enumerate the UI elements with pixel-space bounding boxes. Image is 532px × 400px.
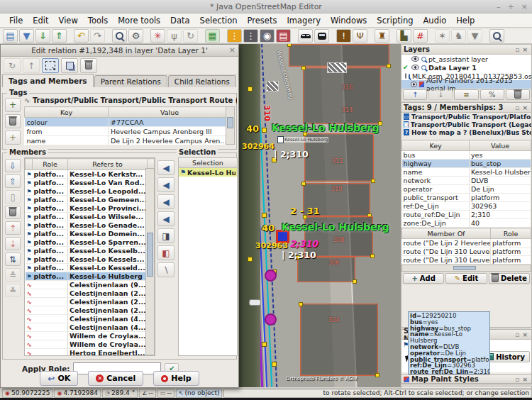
add-selected-after-button[interactable]: ◀ <box>157 194 174 209</box>
way-node[interactable] <box>248 87 253 91</box>
tag-row[interactable]: bus yes <box>402 151 531 160</box>
menu-item[interactable]: Edit <box>28 14 53 27</box>
preset-road-button[interactable]: ⋮ <box>243 29 258 43</box>
value-column-header[interactable]: Value <box>470 140 531 151</box>
tag-row[interactable]: network DLVB <box>402 177 531 185</box>
member-row[interactable]: platfo... Kessel-Lo Kerkstr... <box>26 170 155 179</box>
apply-changes-button[interactable]: ↑ <box>23 58 40 73</box>
tag-row[interactable]: ref:De_Lijn 302963 <box>402 202 531 211</box>
layer-row[interactable]: pt_assistant layer <box>401 55 531 63</box>
close-panel-icon[interactable]: × <box>521 104 529 111</box>
menu-item[interactable]: Windows <box>326 14 372 27</box>
copy-members-down-button[interactable]: ⇩ <box>5 159 21 172</box>
preferences-button[interactable]: ⚙ <box>128 29 143 43</box>
preset-wall-button[interactable]: ▤ <box>276 29 291 43</box>
open-file-button[interactable]: ▤ <box>3 29 18 43</box>
preset-disabled-button-3[interactable]: ▼ <box>467 29 482 43</box>
member-row[interactable]: Celestijnenlaan (4... <box>26 323 155 332</box>
preset-car-button[interactable] <box>298 29 313 43</box>
member-row[interactable]: platfo... Kessel-Lo Genade... <box>26 221 155 230</box>
stick-panel-icon[interactable]: ▫ <box>514 376 521 383</box>
role-column-header[interactable]: Role <box>33 159 68 170</box>
menu-item[interactable]: File <box>4 14 28 27</box>
selection-column-header[interactable]: Selection <box>179 158 237 168</box>
retrieve-tag-button[interactable]: + <box>5 130 21 145</box>
layer-delete-button[interactable] <box>506 89 530 100</box>
delete-relation-button[interactable] <box>80 58 97 73</box>
delete-members-button[interactable] <box>5 206 21 219</box>
member-row[interactable]: platfo... Kessel-Lo Hulsberg <box>26 272 155 281</box>
member-row[interactable]: Willem de Croylaa... <box>26 340 155 349</box>
sort-members-button[interactable]: ⇅ <box>5 252 21 266</box>
tag-row[interactable]: public_transport platform <box>402 194 531 202</box>
move-member-down-button[interactable]: ⇣ <box>5 237 21 250</box>
member-row[interactable]: platfo... Kessel-Lo Wilsele... <box>26 213 155 221</box>
edit-button[interactable]: ✎ Edit <box>445 273 487 284</box>
member-row[interactable]: platfo... Kessel-Lo Domein... <box>26 230 155 238</box>
layer-down-button[interactable]: ↓ <box>428 89 453 100</box>
delete-button[interactable]: Delete <box>489 273 530 284</box>
search-button[interactable] <box>112 29 127 43</box>
visibility-eye-icon[interactable] <box>411 65 419 70</box>
stick-panel-icon[interactable]: ▫ <box>514 46 521 53</box>
horizontal-scrollbar[interactable] <box>401 265 531 272</box>
menu-item[interactable]: Selection <box>195 14 243 27</box>
select-relation-button[interactable] <box>42 58 59 73</box>
preset-bus-platform-button[interactable]: ◉ <box>260 29 275 43</box>
way-node[interactable] <box>262 342 267 347</box>
preset-link[interactable]: ◙ Transport/Public Transport (Legacy)/Bu… <box>401 121 531 128</box>
cancel-button[interactable]: ✕ Cancel <box>88 371 143 386</box>
move-member-up-button[interactable]: ⇡ <box>5 221 21 235</box>
visibility-eye-icon[interactable] <box>411 82 418 87</box>
membership-row[interactable]: route ("De Lijn 2 Heverlee Campus ... pl… <box>402 239 531 248</box>
refers-to-column-header[interactable]: Refers to <box>68 159 148 170</box>
add-selected-before-button[interactable]: ◀ <box>157 177 174 192</box>
add-button[interactable]: + Add <box>403 273 444 284</box>
way-node[interactable] <box>248 257 253 262</box>
ok-button[interactable]: ↩ OK <box>40 371 78 386</box>
members-scrollbar[interactable] <box>145 168 155 355</box>
visibility-eye-icon[interactable] <box>405 73 406 79</box>
preset-disabled-button-2[interactable]: ♞ <box>451 29 466 43</box>
relation-tag-row[interactable]: colour #77CCAA <box>25 118 231 127</box>
dialog-tab[interactable]: Child Relations <box>168 75 236 87</box>
member-row[interactable]: platfo... Kessel-Lo Kesseld... <box>26 264 155 272</box>
member-row[interactable]: Celestijnenlaan (2... <box>26 289 155 298</box>
tag-row[interactable]: highway bus_stop <box>402 160 531 168</box>
value-column-header[interactable]: Value <box>109 107 231 118</box>
menu-item[interactable]: Scripting <box>372 14 418 27</box>
merge-button[interactable]: ψ <box>167 29 182 43</box>
sync-button[interactable]: ↻ <box>183 29 198 43</box>
preset-link[interactable]: ▭ Transport/Public Transport/Platform ..… <box>401 113 531 121</box>
member-row[interactable]: Celestijnenlaan (9... <box>26 281 155 289</box>
tag-row[interactable]: name Kessel-Lo Hulsberg <box>402 168 531 177</box>
tag-row[interactable]: zone:De_Lijn 40 <box>402 219 531 228</box>
relation-tag-row[interactable]: name De Lijn 2 Heverlee Campus Aren... <box>25 136 231 145</box>
menu-item[interactable]: View <box>54 14 83 27</box>
download-incomplete-members-button[interactable]: ∖ <box>157 262 174 277</box>
member-row[interactable]: Willem de Croylaa... <box>26 332 155 340</box>
member-row[interactable]: platfo... Kessel-Lo Van Rod... <box>26 179 155 187</box>
member-row[interactable]: Celestijnenlaan (2... <box>26 306 155 315</box>
sort-below-button[interactable]: ≙ <box>5 268 21 282</box>
preset-link[interactable]: ? How to map a ? (Benelux)/Bus Stop ... <box>401 128 531 136</box>
help-button[interactable]: Help <box>153 371 199 386</box>
map-canvas[interactable]: Wilselsesteenweg31040Kessel-Lo HulsbergK… <box>239 44 401 387</box>
applied-preset-link[interactable]: ∿ Transport/Public Transport/Public Tran… <box>24 96 237 104</box>
add-selected-at-start-button[interactable]: ◀ <box>157 160 174 175</box>
member-row[interactable]: Celestijnenlaan (4... <box>26 315 155 323</box>
save-button[interactable]: ▼ <box>19 29 34 43</box>
role-column-header[interactable]: Role <box>491 228 531 239</box>
preset-restaurant-button[interactable]: Ψ <box>353 29 367 43</box>
menu-item[interactable]: Imagery <box>282 14 326 27</box>
zoom-to-selection-button[interactable] <box>489 29 504 43</box>
tags-scrollbar[interactable] <box>226 106 235 145</box>
dialog-titlebar[interactable]: Edit relation #1,192,348 in layer 'Data … <box>1 45 238 57</box>
layer-row[interactable]: ✔ Data Layer 1 <box>401 63 531 72</box>
member-row[interactable]: platfo... Kessel-Lo Kessels... <box>26 255 155 264</box>
close-panel-icon[interactable]: × <box>521 376 529 383</box>
imagery-button[interactable]: ▦ <box>205 29 220 43</box>
sort-above-button[interactable]: ≚ <box>5 284 21 297</box>
tag-row[interactable]: route_ref:De_Lijn 2;310 <box>402 211 531 219</box>
menu-item[interactable]: More tools <box>113 14 165 27</box>
